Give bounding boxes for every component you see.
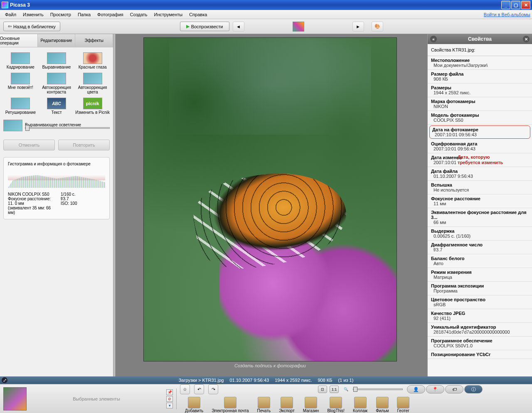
login-link[interactable]: Войти в Веб-альбомы bbox=[484, 12, 530, 17]
menu-folder[interactable]: Папка bbox=[74, 11, 94, 18]
app-icon bbox=[2, 2, 8, 8]
tool-retouch[interactable]: Ретуширование bbox=[3, 98, 38, 115]
tool-lucky[interactable]: Мне повезёт! bbox=[3, 73, 38, 94]
tray-action[interactable]: Экспорт bbox=[279, 397, 295, 413]
menu-photo[interactable]: Фотография bbox=[94, 11, 127, 18]
histogram-panel: Гистограмма и информация о фотокамере NI… bbox=[3, 157, 110, 219]
tray-action[interactable]: Фильм bbox=[376, 397, 389, 413]
property-row: Модель фотокамерыCOOLPIX S50 bbox=[428, 111, 532, 125]
tray-action[interactable]: Электронная почта bbox=[212, 397, 249, 413]
menu-help[interactable]: Справка bbox=[186, 11, 210, 18]
tab-effects[interactable]: Эффекты bbox=[75, 34, 113, 47]
property-row: Марка фотокамерыNIKON bbox=[428, 97, 532, 111]
tray-action[interactable]: Коллаж bbox=[353, 397, 367, 413]
property-row: МестоположениеМои документы\Загрузки\ bbox=[428, 56, 532, 70]
rotate-ccw-button[interactable]: ↶ bbox=[194, 384, 204, 394]
tray-action[interactable]: Геотег bbox=[397, 397, 409, 413]
play-icon: ▶ bbox=[186, 24, 190, 29]
panel-collapse-button[interactable]: « bbox=[430, 36, 437, 42]
tray-menu-button[interactable]: ▾ bbox=[166, 403, 173, 408]
status-size: 908 КБ bbox=[318, 378, 332, 383]
panel-close-button[interactable]: ✕ bbox=[523, 36, 530, 42]
property-row: Выдержка0.00625 с. (1/160) bbox=[428, 227, 532, 241]
property-row: Фокусное расстояние11 мм bbox=[428, 194, 532, 208]
fill-light-control: Выравнивающее осветление bbox=[3, 120, 110, 131]
play-slideshow-button[interactable]: ▶ Воспроизвести bbox=[180, 22, 229, 31]
property-row: Программа экспозицииПрограмма bbox=[428, 282, 532, 295]
tool-straighten[interactable]: Выравнивание bbox=[39, 52, 74, 69]
tray-action[interactable]: Магазин bbox=[303, 397, 319, 413]
info-tab[interactable]: ⓘ bbox=[464, 385, 483, 393]
property-row: Цветовое пространствоsRGB bbox=[428, 295, 532, 309]
window-close-button[interactable]: ✕ bbox=[521, 1, 530, 9]
person-icon: 👤 bbox=[413, 387, 419, 392]
redo-button[interactable]: Повторить bbox=[58, 140, 110, 150]
properties-subheader: Свойства KTR31.jpg: bbox=[428, 44, 532, 56]
window-maximize-button[interactable]: ▢ bbox=[511, 1, 520, 9]
fit-button[interactable]: ⊡ bbox=[318, 386, 327, 393]
clear-button[interactable]: ⊘ bbox=[166, 396, 173, 402]
tool-picnik[interactable]: picnikИзменить в Picnik bbox=[75, 98, 110, 115]
basic-tools-panel: Кадрирование Выравнивание Красные глаза … bbox=[0, 47, 113, 136]
property-row: Оцифрованная дата2007:10:01 09:56:43 bbox=[428, 140, 532, 153]
property-row: ВспышкаНе используется bbox=[428, 181, 532, 194]
tab-basic[interactable]: Основные операции bbox=[0, 34, 38, 47]
tool-auto-color[interactable]: Автокоррекция цвета bbox=[75, 73, 110, 94]
caption-input[interactable]: Создать подпись к фотографии bbox=[234, 363, 306, 368]
main-toolbar: ⇦ Назад в библиотеку ▶ Воспроизвести ◄ ►… bbox=[0, 19, 532, 34]
main-area: Основные операции Редактирование Эффекты… bbox=[0, 34, 532, 376]
property-row: Дата изменен2007:10:01 bbox=[428, 153, 532, 167]
undo-button[interactable]: Отменить bbox=[3, 140, 55, 150]
rotate-cw-button[interactable]: ↷ bbox=[208, 384, 218, 394]
places-tab[interactable]: 📍 bbox=[426, 385, 444, 393]
tool-crop[interactable]: Кадрирование bbox=[3, 52, 38, 69]
status-dims: 1944 x 2592 пикс. bbox=[275, 378, 312, 383]
menu-create[interactable]: Создать bbox=[127, 11, 151, 18]
status-date: 01.10.2007 9:56:43 bbox=[229, 378, 269, 383]
pin-button[interactable]: 📌 bbox=[166, 389, 173, 395]
actual-size-button[interactable]: 1:1 bbox=[330, 386, 339, 393]
histogram-chart bbox=[8, 170, 105, 188]
tray-thumbnail[interactable] bbox=[3, 387, 27, 411]
tray-action[interactable]: Печать bbox=[257, 397, 271, 413]
menu-file[interactable]: Файл bbox=[2, 11, 20, 18]
window-title: Picasa 3 bbox=[10, 2, 501, 8]
tool-redeye[interactable]: Красные глаза bbox=[75, 52, 110, 69]
tool-text[interactable]: ABCТекст bbox=[39, 98, 74, 115]
info-icon: ⓘ bbox=[471, 386, 476, 393]
prev-photo-button[interactable]: ◄ bbox=[233, 22, 244, 32]
tag-icon: 🏷 bbox=[452, 387, 457, 392]
current-thumbnail[interactable] bbox=[293, 22, 304, 32]
bottom-tray: Выбранные элементы 📌 ⊘ ▾ ☆ ↶ ↷ ⊡ 1:1 🔍 👤… bbox=[0, 384, 532, 413]
tab-edit[interactable]: Редактирование bbox=[38, 34, 76, 47]
photo-viewer: Создать подпись к фотографии bbox=[113, 34, 427, 376]
zoom-icon: 🔍 bbox=[341, 386, 350, 393]
left-panel: Основные операции Редактирование Эффекты… bbox=[0, 34, 113, 376]
people-tab[interactable]: 👤 bbox=[407, 385, 425, 393]
tray-action[interactable]: Добавить bbox=[185, 397, 203, 413]
properties-list[interactable]: МестоположениеМои документы\Загрузки\Раз… bbox=[428, 56, 532, 376]
palette-button[interactable]: 🎨 bbox=[372, 22, 383, 32]
photo-image[interactable] bbox=[143, 37, 397, 361]
star-button[interactable]: ☆ bbox=[180, 384, 190, 394]
arrow-left-icon: ⇦ bbox=[8, 24, 12, 29]
arrow-right-icon: ► bbox=[356, 24, 360, 29]
arrow-left-icon: ◄ bbox=[236, 24, 241, 29]
fill-light-slider[interactable] bbox=[25, 127, 110, 129]
expand-tray-button[interactable]: ⤢ bbox=[2, 377, 7, 383]
menu-view[interactable]: Просмотр bbox=[47, 11, 74, 18]
menu-edit[interactable]: Изменить bbox=[20, 11, 47, 18]
tray-action[interactable]: BlogThis! bbox=[327, 397, 345, 413]
zoom-slider[interactable] bbox=[353, 388, 403, 390]
tool-auto-contrast[interactable]: Автокоррекция контраста bbox=[39, 73, 74, 94]
star-icon: ☆ bbox=[183, 387, 187, 392]
window-titlebar: Picasa 3 _ ▢ ✕ bbox=[0, 0, 532, 10]
panel-splitter[interactable] bbox=[113, 34, 116, 376]
next-photo-button[interactable]: ► bbox=[352, 22, 364, 32]
back-to-library-button[interactable]: ⇦ Назад в библиотеку bbox=[3, 22, 60, 31]
tags-tab[interactable]: 🏷 bbox=[445, 385, 463, 393]
selected-items-label: Выбранные элементы bbox=[30, 396, 163, 401]
menu-tools[interactable]: Инструменты bbox=[151, 11, 186, 18]
window-minimize-button[interactable]: _ bbox=[501, 1, 510, 9]
property-row: Эквивалентное фокусное расстояние для 3.… bbox=[428, 208, 532, 227]
